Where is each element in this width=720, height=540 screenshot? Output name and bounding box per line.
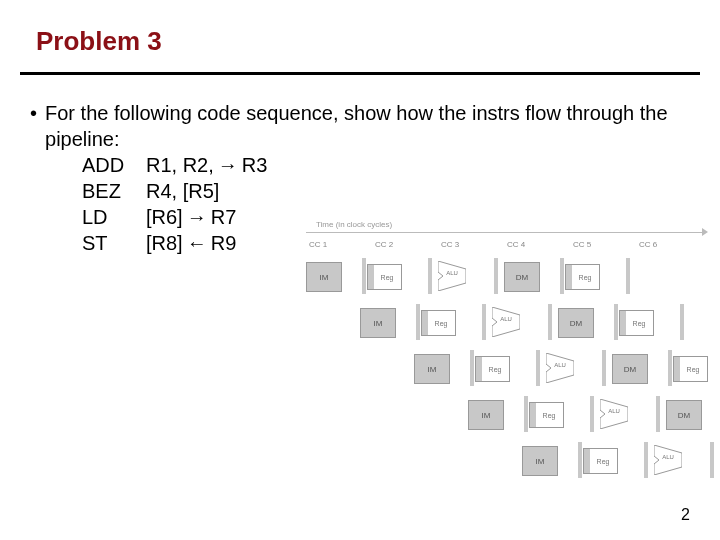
diagram-time-label: Time (in clock cycles) xyxy=(316,220,392,229)
code-line: BEZR4, [R5] xyxy=(82,178,690,204)
operands-dest: R3 xyxy=(242,152,268,178)
stage-dm: DM xyxy=(666,400,702,430)
latch-bar xyxy=(590,396,594,432)
arrow-icon: → xyxy=(183,204,211,230)
latch-bar xyxy=(416,304,420,340)
bullet-dot: • xyxy=(30,100,37,152)
stage-reg: Reg xyxy=(372,264,402,290)
stage-reg: Reg xyxy=(534,402,564,428)
operands: [R8] xyxy=(146,230,183,256)
cc-label: CC 6 xyxy=(628,240,668,249)
latch-bar xyxy=(710,442,714,478)
latch-bar xyxy=(482,304,486,340)
latch-bar xyxy=(626,258,630,294)
time-axis xyxy=(306,232,706,233)
stage-dm: DM xyxy=(558,308,594,338)
stage-dm: DM xyxy=(612,354,648,384)
stage-alu: ALU xyxy=(654,445,682,475)
cc-label: CC 5 xyxy=(562,240,602,249)
stage-alu: ALU xyxy=(600,399,628,429)
stage-alu: ALU xyxy=(546,353,574,383)
svg-marker-4 xyxy=(654,445,682,475)
stage-im: IM xyxy=(306,262,342,292)
stage-reg: Reg xyxy=(480,356,510,382)
mnemonic: ADD xyxy=(82,152,146,178)
stage-im: IM xyxy=(468,400,504,430)
latch-bar xyxy=(428,258,432,294)
latch-bar xyxy=(680,304,684,340)
latch-bar xyxy=(560,258,564,294)
operands: [R6] xyxy=(146,204,183,230)
stage-reg: Reg xyxy=(678,356,708,382)
operands-dest: R7 xyxy=(211,204,237,230)
operands-dest: R9 xyxy=(211,230,237,256)
cc-label: CC 2 xyxy=(364,240,404,249)
stage-dm: DM xyxy=(504,262,540,292)
operands: R1, R2, xyxy=(146,152,214,178)
stage-im: IM xyxy=(414,354,450,384)
bullet-text: For the following code sequence, show ho… xyxy=(45,100,690,152)
latch-bar xyxy=(602,350,606,386)
pipeline-diagram: Time (in clock cycles) CC 1CC 2CC 3CC 4C… xyxy=(250,220,710,490)
svg-marker-2 xyxy=(546,353,574,383)
cc-label: CC 4 xyxy=(496,240,536,249)
latch-bar xyxy=(524,396,528,432)
svg-marker-1 xyxy=(492,307,520,337)
mnemonic: ST xyxy=(82,230,146,256)
latch-bar xyxy=(470,350,474,386)
latch-bar xyxy=(494,258,498,294)
title-underline xyxy=(20,72,700,75)
latch-bar xyxy=(668,350,672,386)
mnemonic: BEZ xyxy=(82,178,146,204)
arrow-icon: ← xyxy=(183,230,211,256)
stage-reg: Reg xyxy=(588,448,618,474)
latch-bar xyxy=(656,396,660,432)
stage-reg: Reg xyxy=(426,310,456,336)
mnemonic: LD xyxy=(82,204,146,230)
svg-marker-3 xyxy=(600,399,628,429)
stage-alu: ALU xyxy=(492,307,520,337)
latch-bar xyxy=(536,350,540,386)
arrow-icon: → xyxy=(214,152,242,178)
stage-im: IM xyxy=(522,446,558,476)
stage-im: IM xyxy=(360,308,396,338)
latch-bar xyxy=(578,442,582,478)
bullet-line: • For the following code sequence, show … xyxy=(30,100,690,152)
svg-marker-0 xyxy=(438,261,466,291)
cc-label: CC 3 xyxy=(430,240,470,249)
latch-bar xyxy=(644,442,648,478)
stage-reg: Reg xyxy=(624,310,654,336)
stage-reg: Reg xyxy=(570,264,600,290)
cc-labels: CC 1CC 2CC 3CC 4CC 5CC 6 xyxy=(250,240,710,252)
code-line: ADDR1, R2, → R3 xyxy=(82,152,690,178)
latch-bar xyxy=(362,258,366,294)
page-number: 2 xyxy=(681,506,690,524)
stage-alu: ALU xyxy=(438,261,466,291)
latch-bar xyxy=(614,304,618,340)
latch-bar xyxy=(548,304,552,340)
slide-title: Problem 3 xyxy=(36,26,162,57)
operands: R4, [R5] xyxy=(146,178,219,204)
time-axis-arrow-icon xyxy=(702,228,708,236)
cc-label: CC 1 xyxy=(298,240,338,249)
